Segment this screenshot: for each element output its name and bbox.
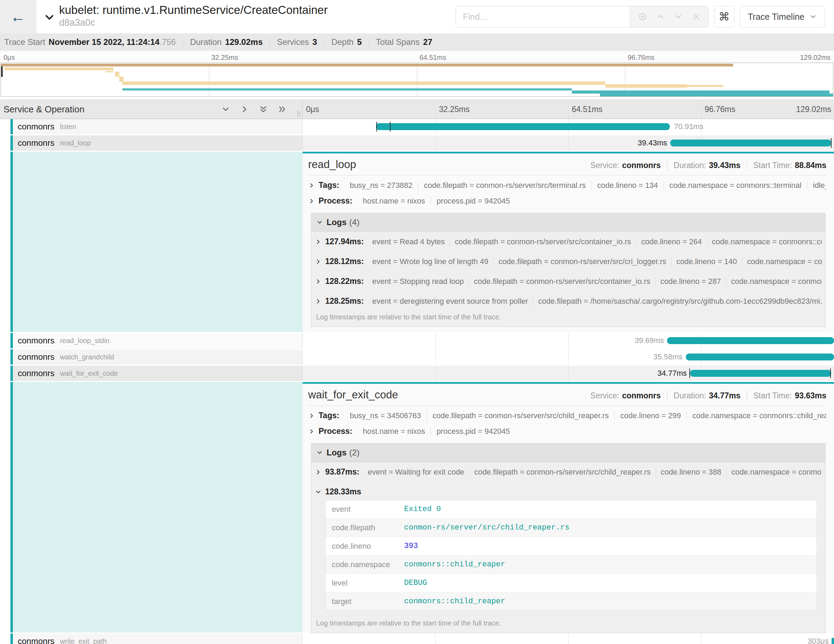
minimap-span-bar [687, 85, 723, 87]
tags-row[interactable]: Tags: busy_ns = 34506763 code.filepath =… [308, 408, 826, 424]
span-name-cell[interactable]: conmonrs listen [0, 119, 302, 134]
span-bar[interactable] [667, 337, 834, 344]
minimap-ticks: 0μs 32.25ms 64.51ms 96.76ms 129.02ms [1, 51, 833, 63]
log-entry[interactable]: 128.22ms: event = Stopping read loop cod… [311, 271, 825, 291]
span-bar[interactable] [670, 139, 831, 146]
collapse-all-button[interactable] [259, 104, 268, 114]
span-name-cell[interactable]: conmonrs wait_for_exit_code [0, 366, 302, 381]
log-field: code.namespace = conmonrs::co… [707, 237, 822, 246]
chevron-right-icon [315, 278, 325, 285]
summary-fraction: .756 [160, 37, 176, 47]
tag-list: busy_ns = 34506763 code.filepath = conmo… [344, 411, 826, 420]
clear-search-button[interactable] [692, 13, 700, 21]
page-title: kubelet: runtime.v1.RuntimeService/Creat… [59, 3, 328, 17]
span-name-cell[interactable]: conmonrs watch_grandchild [0, 350, 302, 365]
minimap-span-bar [600, 94, 833, 97]
trace-title-area: kubelet: runtime.v1.RuntimeService/Creat… [36, 0, 456, 33]
span-timeline-cell[interactable]: 34.77ms [302, 366, 834, 381]
log-timestamp: 128.12ms: [325, 257, 364, 266]
log-field: event = Stopping read loop [367, 277, 469, 286]
summary-value: 5 [357, 37, 362, 47]
chevron-down-icon [316, 449, 326, 456]
expand-all-button[interactable] [277, 104, 287, 114]
kv-value: DEBUG [401, 574, 430, 592]
span-detail-meta: Service:conmonrs Duration:39.43ms Start … [590, 161, 826, 170]
summary-label: Depth [331, 37, 354, 47]
chevron-down-icon [315, 489, 325, 495]
trace-title-toggle[interactable] [43, 11, 56, 24]
keyboard-shortcuts-button[interactable]: ⌘ [714, 6, 734, 28]
find-input[interactable] [456, 6, 630, 27]
minimap-span-bar [123, 88, 572, 91]
timeline-tick: 64.51ms [572, 105, 602, 114]
span-name-cell[interactable]: conmonrs write_exit_path [0, 634, 302, 644]
log-entry[interactable]: 128.25ms: event = deregistering event so… [311, 291, 825, 311]
span-row-watch-grandchild: conmonrs watch_grandchild 35.58ms [0, 350, 834, 365]
span-name-cell[interactable]: conmonrs read_loop_stdin [0, 333, 302, 348]
gridline [568, 366, 569, 381]
locate-icon[interactable] [638, 12, 647, 21]
collapse-one-button[interactable] [221, 104, 231, 114]
log-timestamp: 127.94ms: [325, 237, 364, 246]
span-color-bar [10, 382, 13, 633]
span-timeline-cell[interactable]: 39.43ms [302, 135, 834, 150]
detail-highlight-column[interactable] [13, 152, 302, 332]
span-timeline-cell[interactable]: 303μs [302, 634, 834, 644]
bar-tick [390, 122, 391, 131]
chevron-right-icon [315, 298, 325, 305]
kv-key: code.filepath [325, 519, 401, 537]
tags-row[interactable]: Tags: busy_ns = 273882 code.filepath = c… [308, 178, 826, 193]
span-color-bar [10, 333, 13, 348]
process-row[interactable]: Process: host.name = nixos process.pid =… [308, 424, 826, 439]
span-timeline-cell[interactable]: 35.58ms [302, 350, 834, 365]
logs-header[interactable]: Logs (4) [311, 213, 825, 232]
kv-key: code.lineno [325, 537, 401, 555]
minimap-tick: 96.76ms [628, 53, 655, 61]
tag-list: busy_ns = 273882 code.filepath = conmon-… [344, 181, 826, 190]
view-selector-button[interactable]: Trace Timeline [740, 6, 825, 28]
tags-label: Tags: [318, 181, 339, 190]
expand-collapse-controls [221, 104, 287, 114]
back-button[interactable]: ← [0, 0, 36, 33]
chevron-down-icon [809, 13, 817, 21]
prev-result-button[interactable] [656, 12, 665, 21]
minimap-span-bar [106, 71, 113, 72]
kv-row: code.lineno 393 [325, 537, 816, 556]
gridline [701, 100, 701, 119]
span-timeline-cell[interactable]: 70.91ms [302, 119, 834, 134]
indent [0, 119, 10, 134]
indent [0, 382, 10, 633]
span-bar[interactable] [376, 123, 670, 130]
minimap-canvas[interactable] [1, 63, 833, 97]
gridline [701, 634, 701, 644]
tag-item: code.filepath = conmon-rs/server/src/ter… [418, 181, 591, 190]
minimap-span-bar [5, 68, 113, 70]
expand-one-button[interactable] [240, 104, 249, 114]
log-field: code.namespace = co… [742, 257, 822, 266]
span-bar[interactable] [686, 353, 834, 361]
span-detail-title: read_loop [308, 158, 590, 171]
span-duration-label: 39.69ms [635, 336, 664, 345]
span-bar[interactable] [832, 638, 834, 644]
span-timeline-cell[interactable]: 39.69ms [302, 333, 834, 348]
log-entry[interactable]: 127.94ms: event = Read 4 bytes code.file… [311, 232, 825, 252]
column-resizer-grip[interactable] [297, 111, 300, 117]
log-entry[interactable]: 93.87ms: event = Waiting for exit code c… [311, 462, 825, 482]
header-controls: ⌘ Trace Timeline [456, 0, 834, 33]
log-field: event = deregistering event source from … [367, 297, 533, 306]
span-detail-panel: read_loop Service:conmonrs Duration:39.4… [302, 152, 834, 332]
log-entry[interactable]: 128.12ms: event = Wrote log line of leng… [311, 252, 825, 271]
logs-header[interactable]: Logs (2) [311, 443, 825, 462]
process-row[interactable]: Process: host.name = nixos process.pid =… [308, 193, 826, 209]
span-name-cell[interactable]: conmonrs read_loop [0, 135, 302, 150]
expanded-log-entry-header[interactable]: 128.33ms [311, 482, 825, 498]
detail-highlight-column[interactable] [13, 382, 302, 633]
timeline-tick: 0μs [306, 105, 319, 114]
kv-row: target conmonrs::child_reaper [325, 592, 816, 611]
tag-item: code.lineno = 299 [614, 411, 686, 420]
indent [0, 350, 10, 365]
span-bar[interactable] [690, 370, 831, 377]
chevron-right-icon [315, 238, 325, 245]
log-field: event = Waiting for exit code [363, 468, 469, 477]
next-result-button[interactable] [674, 12, 683, 21]
